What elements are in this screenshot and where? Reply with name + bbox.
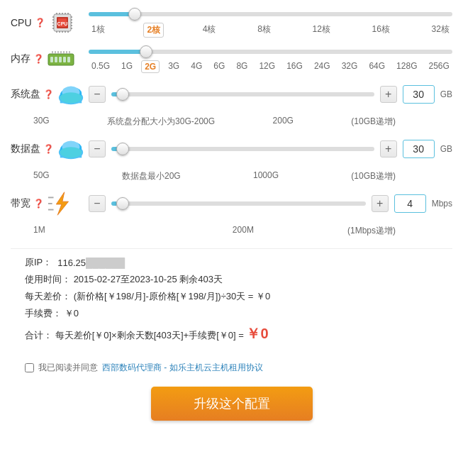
data-disk-mid-label: 数据盘最小20G: [122, 170, 181, 182]
cpu-opt-2[interactable]: 2核: [143, 23, 164, 38]
bandwidth-minus-btn[interactable]: −: [89, 195, 106, 212]
system-disk-slider-container[interactable]: [111, 92, 374, 96]
data-disk-help-icon[interactable]: ❓: [43, 144, 54, 154]
bandwidth-input[interactable]: 4: [394, 194, 426, 213]
svg-point-48: [60, 147, 82, 157]
data-disk-row: 数据盘 ❓ − + 30 GB: [11, 135, 452, 163]
bandwidth-help-icon[interactable]: ❓: [33, 199, 44, 209]
ram-row: 内存 ❓: [11, 45, 452, 73]
ip-masked: ██████: [86, 258, 125, 268]
ram-opt-64g[interactable]: 64G: [366, 60, 388, 73]
upgrade-btn-container: 升级这个配置: [11, 387, 452, 421]
svg-rect-26: [55, 57, 57, 62]
bandwidth-unit: Mbps: [432, 199, 452, 209]
ram-opt-12g[interactable]: 12G: [256, 60, 278, 73]
ram-opt-2g[interactable]: 2G: [141, 60, 160, 73]
svg-rect-27: [59, 57, 62, 62]
svg-point-42: [60, 92, 82, 103]
system-disk-minus-btn[interactable]: −: [89, 86, 106, 103]
cpu-opt-8[interactable]: 8核: [255, 23, 274, 38]
ram-icon-container: [47, 45, 75, 73]
system-disk-track: [111, 92, 374, 96]
ram-opt-128g[interactable]: 128G: [394, 60, 420, 73]
system-disk-label-area: 系统盘 ❓: [11, 80, 89, 109]
agreement-checkbox[interactable]: [25, 363, 34, 372]
cpu-thumb[interactable]: [128, 8, 141, 21]
bandwidth-track: [111, 201, 366, 206]
time-value: 2015-02-27至2023-10-25 剩余403天: [74, 274, 223, 284]
agreement-label: 我已阅读并同意: [38, 362, 98, 374]
system-disk-max-label: 200G: [273, 116, 294, 128]
cpu-opt-12[interactable]: 12核: [310, 23, 333, 38]
data-disk-minus-btn[interactable]: −: [89, 140, 106, 157]
ram-opt-1g[interactable]: 1G: [118, 60, 135, 73]
fee-value: ￥0: [65, 308, 79, 319]
system-disk-sublabels: 30G 系统盘分配大小为30G-200G 200G (10GB递增): [11, 116, 452, 128]
cpu-track: [89, 12, 452, 16]
cpu-slider-section: 1核 2核 4核 8核 12核 16核 32核: [89, 7, 452, 38]
ram-option-labels: 0.5G 1G 2G 3G 4G 6G 8G 12G 16G 24G 32G 6…: [89, 60, 452, 73]
upgrade-btn[interactable]: 升级这个配置: [151, 387, 313, 421]
data-disk-stepper: − + 30 GB: [89, 140, 452, 158]
bandwidth-icon-container: [47, 189, 75, 218]
bandwidth-row: 带宽 ❓ − + 4 Mbps: [11, 189, 452, 218]
data-disk-track: [111, 147, 374, 151]
data-disk-plus-btn[interactable]: +: [380, 140, 397, 157]
bandwidth-slider-container[interactable]: [111, 201, 366, 206]
ram-help-icon[interactable]: ❓: [33, 54, 44, 64]
ram-slider-section: 0.5G 1G 2G 3G 4G 6G 8G 12G 16G 24G 32G 6…: [89, 45, 452, 73]
fee-row: 手续费： ￥0: [11, 307, 452, 320]
ram-label: 内存: [11, 52, 30, 65]
ram-opt-0.5g[interactable]: 0.5G: [89, 60, 113, 73]
bandwidth-plus-btn[interactable]: +: [372, 195, 389, 212]
ip-row: 原IP： 116.25██████: [11, 256, 452, 269]
ram-slider-container[interactable]: [89, 45, 452, 59]
system-disk-help-icon[interactable]: ❓: [43, 89, 54, 99]
ram-opt-16g[interactable]: 16G: [284, 60, 306, 73]
data-disk-max-label: 1000G: [253, 170, 279, 182]
cpu-slider-container[interactable]: [89, 7, 452, 21]
cpu-opt-1[interactable]: 1核: [89, 23, 108, 38]
system-disk-thumb[interactable]: [116, 88, 129, 101]
bandwidth-thumb[interactable]: [116, 197, 129, 210]
ram-opt-32g[interactable]: 32G: [339, 60, 361, 73]
cpu-opt-32[interactable]: 32核: [429, 23, 452, 38]
bandwidth-label: 带宽: [11, 197, 30, 210]
total-value: ￥0: [246, 326, 268, 341]
system-disk-label: 系统盘: [11, 88, 40, 101]
ram-opt-8g[interactable]: 8G: [233, 60, 250, 73]
agreement-link[interactable]: 西部数码代理商 - 如乐主机云主机租用协议: [102, 362, 263, 374]
data-disk-cloud-icon: [57, 137, 85, 161]
agreement-row: 我已阅读并同意 西部数码代理商 - 如乐主机云主机租用协议: [11, 362, 452, 374]
cpu-help-icon[interactable]: ❓: [35, 18, 45, 28]
ram-opt-6g[interactable]: 6G: [211, 60, 228, 73]
info-section: 原IP： 116.25██████ 使用时间： 2015-02-27至2023-…: [11, 248, 452, 355]
diff-row: 每天差价： (新价格[￥198/月]-原价格[￥198/月])÷30天 = ￥0: [11, 290, 452, 303]
bandwidth-max-label: 200M: [233, 225, 254, 237]
diff-value: (新价格[￥198/月]-原价格[￥198/月])÷30天 = ￥0: [74, 291, 271, 301]
diff-label: 每天差价：: [25, 291, 71, 301]
ram-opt-256g[interactable]: 256G: [426, 60, 452, 73]
data-disk-icon-container: [57, 135, 85, 163]
ram-opt-24g[interactable]: 24G: [311, 60, 333, 73]
data-disk-thumb[interactable]: [116, 143, 129, 155]
ram-opt-4g[interactable]: 4G: [188, 60, 205, 73]
cpu-opt-16[interactable]: 16核: [369, 23, 393, 38]
time-label: 使用时间：: [25, 274, 71, 284]
ip-label: 原IP：: [25, 256, 52, 269]
cpu-opt-4[interactable]: 4核: [200, 23, 219, 38]
ram-track: [89, 50, 452, 54]
system-disk-plus-btn[interactable]: +: [380, 86, 397, 103]
data-disk-slider-container[interactable]: [111, 147, 374, 151]
cpu-row: CPU ❓ CPU: [11, 7, 452, 38]
cpu-label: CPU: [11, 17, 32, 28]
cpu-label-area: CPU ❓ CPU: [11, 9, 89, 37]
system-disk-min-label: 30G: [33, 116, 50, 128]
fee-label: 手续费：: [25, 308, 62, 319]
ram-opt-3g[interactable]: 3G: [165, 60, 182, 73]
data-disk-input[interactable]: 30: [403, 140, 435, 158]
system-disk-mid-label: 系统盘分配大小为30G-200G: [107, 116, 215, 128]
system-disk-input[interactable]: 30: [403, 85, 435, 104]
ram-thumb[interactable]: [140, 45, 152, 58]
svg-rect-29: [67, 57, 70, 62]
